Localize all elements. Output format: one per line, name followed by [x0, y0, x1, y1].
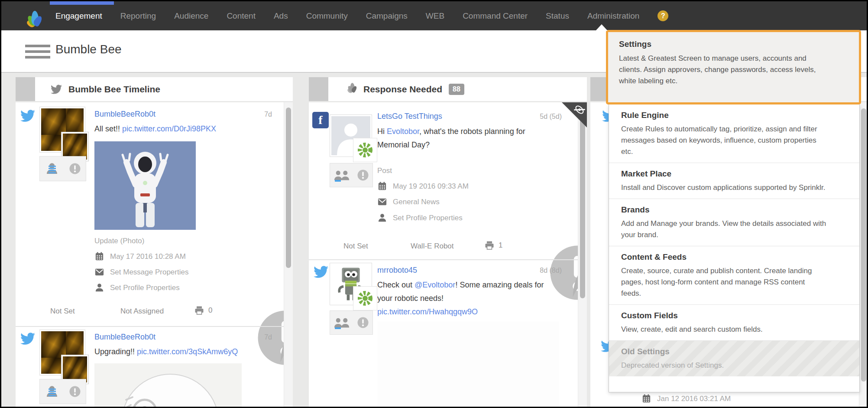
column-scrollbar[interactable]	[578, 102, 587, 407]
post-link[interactable]: pic.twitter.com/Hwahqgqw9O	[377, 305, 478, 319]
menu-icon[interactable]	[25, 45, 50, 62]
mention-link[interactable]: @Evoltobor	[415, 281, 455, 289]
post-author[interactable]: BumbleBeeRob0t	[94, 110, 155, 119]
nav-reporting[interactable]: Reporting	[120, 11, 156, 21]
nav-command-center[interactable]: Command Center	[463, 11, 528, 21]
sprinklr-logo-icon[interactable]	[21, 5, 47, 27]
nav-campaigns[interactable]: Campaigns	[366, 11, 408, 21]
column-header-timeline[interactable]: Bumble Bee Timeline	[16, 77, 293, 101]
post-date-row: May 19 2016 09:33 AM	[377, 181, 469, 191]
scrollbar-thumb[interactable]	[580, 108, 585, 298]
nav-community[interactable]: Community	[306, 11, 348, 21]
calendar-icon	[94, 251, 104, 261]
column-scrollbar[interactable]	[284, 102, 293, 407]
audience-icon[interactable]	[334, 168, 350, 182]
dropdown-item-rule-engine[interactable]: Rule Engine Create Rules to automaticall…	[609, 104, 859, 163]
post-image-robot-head[interactable]	[94, 363, 242, 407]
post-image-robot-pattern[interactable]	[377, 322, 559, 407]
column-drag-handle[interactable]	[16, 77, 35, 101]
dropdown-item-title: Market Place	[621, 169, 827, 179]
twitter-icon	[19, 108, 36, 123]
avatar[interactable]	[39, 107, 85, 153]
message-properties-row[interactable]: General News	[377, 197, 440, 207]
dropdown-item-desc: Add and Manage your brands. View the det…	[621, 218, 827, 241]
calendar-icon	[641, 394, 651, 404]
reply-count[interactable]: 1	[484, 240, 502, 251]
user-icon	[94, 283, 104, 293]
nav-audience[interactable]: Audience	[174, 11, 208, 21]
post-status[interactable]: Not Set	[50, 307, 75, 316]
dropdown-item-title: Rule Engine	[621, 111, 827, 120]
column-response-needed-panel: f LetsGo TestThings 5d (5d) Hi Evoltobor…	[309, 102, 587, 407]
post-status[interactable]: Not Set	[343, 242, 368, 251]
reply-count[interactable]: 0	[194, 305, 212, 316]
post-assignee[interactable]: Not Assigned	[120, 307, 164, 316]
message-properties-row[interactable]: Set Message Properties	[94, 267, 188, 277]
twitter-icon	[312, 264, 330, 279]
scrollbar-thumb[interactable]	[861, 108, 866, 382]
dropdown-item-brands[interactable]: Brands Add and Manage your brands. View …	[609, 199, 859, 246]
dropdown-item-desc: Create Rules to automatically tag, prior…	[621, 124, 827, 157]
nav-engagement[interactable]: Engagement	[55, 11, 102, 21]
post-divider	[309, 259, 587, 260]
post-type-label: Mention (Photo)	[377, 406, 430, 407]
dropdown-item-settings[interactable]: Settings Latest & Greatest Screen to man…	[606, 30, 861, 104]
dropdown-item-desc: Create, source, curate and publish conte…	[621, 265, 827, 299]
post-author[interactable]: LetsGo TestThings	[377, 112, 442, 121]
alert-icon[interactable]	[68, 385, 81, 398]
post-age: 7d	[264, 333, 272, 341]
count-badge: 88	[449, 84, 464, 95]
help-icon[interactable]: ?	[657, 10, 668, 21]
automation-gear-badge	[353, 138, 377, 162]
administration-dropdown: Rule Engine Create Rules to automaticall…	[609, 104, 860, 392]
nav-administration[interactable]: Administration	[587, 11, 639, 21]
dropdown-item-title: Settings	[619, 39, 829, 49]
alert-icon[interactable]	[356, 316, 369, 329]
avatar[interactable]	[39, 330, 85, 375]
printer-icon	[484, 240, 495, 251]
post-text: Check out @Evoltobor! Some amazing deals…	[377, 278, 551, 305]
column-header-response-needed[interactable]: Response Needed 88	[309, 77, 587, 101]
dropdown-item-custom-fields[interactable]: Custom Fields View, create, edit and sea…	[609, 305, 859, 341]
post-link[interactable]: pic.twitter.com/D0rJi98PKX	[122, 124, 216, 133]
dropdown-item-content-feeds[interactable]: Content & Feeds Create, source, curate a…	[609, 246, 859, 305]
nav-ads[interactable]: Ads	[274, 11, 288, 21]
dropdown-item-old-settings[interactable]: Old Settings Deprecated version of Setti…	[609, 341, 859, 376]
post-type-label: Update (Photo)	[94, 237, 144, 245]
post-author[interactable]: mrroboto45	[377, 266, 417, 275]
influencer-icon[interactable]	[45, 162, 59, 176]
nav-web[interactable]: WEB	[426, 11, 444, 21]
alert-icon[interactable]	[68, 162, 81, 175]
mention-link[interactable]: Evoltobor	[387, 127, 419, 136]
dropdown-item-desc: View, create, edit and search custom fie…	[621, 324, 827, 335]
dropdown-item-title: Old Settings	[621, 347, 827, 356]
dropdown-item-desc: Install and Discover custom applications…	[621, 182, 827, 193]
gear-icon	[356, 141, 374, 159]
printer-icon	[194, 305, 204, 316]
dropdown-item-title: Content & Feeds	[621, 252, 827, 262]
eye-off-icon	[572, 102, 587, 118]
post-author[interactable]: BumbleBeeRob0t	[94, 333, 155, 342]
post-assignee[interactable]: Wall-E Robot	[411, 242, 454, 251]
profile-properties-row[interactable]: Set Profile Properties	[94, 283, 180, 293]
dropdown-caret	[596, 24, 608, 31]
post-link[interactable]: pic.twitter.com/3qSkAmw6yQ	[137, 347, 238, 356]
post-text: Upgrading!! pic.twitter.com/3qSkAmw6yQ	[94, 345, 285, 359]
envelope-icon	[377, 197, 387, 207]
dropdown-item-title: Custom Fields	[621, 311, 827, 320]
scrollbar-thumb[interactable]	[286, 108, 291, 268]
profile-properties-row[interactable]: Set Profile Properties	[377, 213, 463, 223]
alert-icon[interactable]	[356, 169, 369, 182]
dropdown-item-market-place[interactable]: Market Place Install and Discover custom…	[609, 163, 859, 199]
post-image-asimo-robot[interactable]	[94, 141, 196, 230]
audience-icon[interactable]	[334, 316, 350, 330]
hidden-message-ribbon[interactable]	[562, 102, 587, 127]
column-drag-handle[interactable]	[309, 77, 328, 101]
post-type-label: Post	[377, 166, 392, 175]
influencer-icon[interactable]	[45, 385, 59, 398]
nav-status[interactable]: Status	[546, 11, 569, 21]
nav-content[interactable]: Content	[227, 11, 256, 21]
column-scrollbar[interactable]	[859, 102, 868, 407]
nav-items: Engagement Reporting Audience Content Ad…	[55, 1, 668, 30]
twitter-icon	[19, 331, 36, 346]
